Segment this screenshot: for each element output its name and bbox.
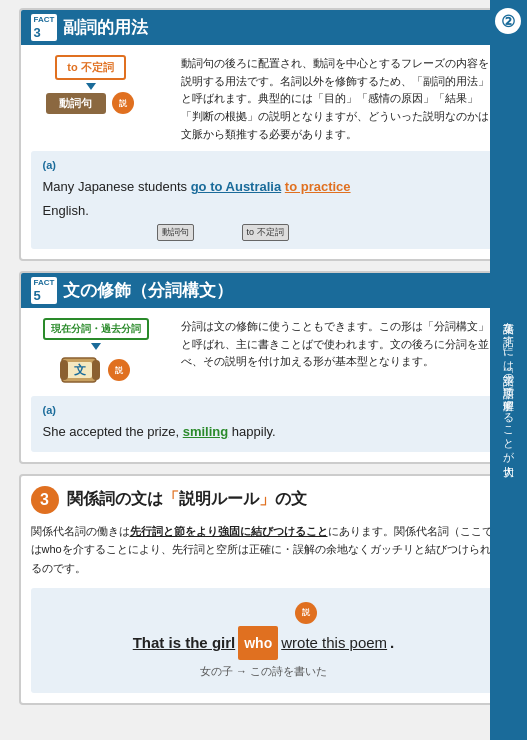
verb-phrase-box: 動詞句 xyxy=(46,93,106,114)
to-infinitive-box: to 不定詞 xyxy=(55,55,125,80)
section3-who-example: 説 That is the girl who wrote this poem .… xyxy=(31,588,497,694)
sidebar-circle-number: ② xyxy=(495,8,521,34)
fact5-header: FACT 5 文の修飾（分詞構文） xyxy=(21,273,507,308)
fact5-example-prefix: She accepted the prize, xyxy=(43,424,183,439)
sentence-period: . xyxy=(390,626,394,659)
section3-sentence: That is the girl who wrote this poem . xyxy=(133,626,395,661)
fact3-example-section: (a) Many Japanese students go to Austral… xyxy=(31,151,497,249)
fact3-header: FACT 3 副詞的用法 xyxy=(21,10,507,45)
fact3-body: to 不定詞 動詞句 説 動詞句の後ろに配置され、動詞を中心とするフレーズの内容… xyxy=(21,45,507,259)
section3-description: 関係代名詞の働きは先行詞と節をより強固に結びつけることにあります。関係代名詞（こ… xyxy=(31,522,497,578)
fact5-diagram-row: 現在分詞・過去分詞 文 xyxy=(31,318,497,388)
fact5-body: 現在分詞・過去分詞 文 xyxy=(21,308,507,461)
fact3-example-suffix: English. xyxy=(43,203,89,218)
fact5-description: 分詞は文の修飾に使うこともできます。この形は「分詞構文」と呼ばれ、主に書きことば… xyxy=(181,318,497,371)
fact3-card: FACT 3 副詞的用法 to 不定詞 動詞句 説 xyxy=(19,8,509,261)
fact3-circle-icon: 説 xyxy=(112,92,134,114)
participle-box: 現在分詞・過去分詞 xyxy=(43,318,149,340)
scroll-svg-icon: 文 xyxy=(60,352,100,388)
fact3-ann2: to 不定詞 xyxy=(242,224,289,241)
fact3-ann1: 動詞句 xyxy=(157,224,194,241)
fact3-example-prefix: Many Japanese students xyxy=(43,179,191,194)
main-container: FACT 3 副詞的用法 to 不定詞 動詞句 説 xyxy=(19,0,509,723)
fact3-description: 動詞句の後ろに配置され、動詞を中心とするフレーズの内容を説明する用法です。名詞以… xyxy=(181,55,497,143)
svg-rect-3 xyxy=(92,360,100,380)
fact5-example-label: (a) xyxy=(43,404,485,416)
sidebar-vertical-text: 英語を「話す」には「英語の語順」で理解することが大切 xyxy=(501,314,516,457)
fact5-title: 文の修飾（分詞構文） xyxy=(63,279,233,302)
svg-text:文: 文 xyxy=(74,363,86,377)
fact3-diagram-row: to 不定詞 動詞句 説 動詞句の後ろに配置され、動詞を中心とするフレーズの内容… xyxy=(31,55,497,143)
who-circle-badge: 説 xyxy=(295,602,317,624)
fact5-diagram: 現在分詞・過去分詞 文 xyxy=(31,318,171,388)
svg-rect-2 xyxy=(60,360,68,380)
fact3-example-sentence: Many Japanese students go to Australia t… xyxy=(43,175,485,222)
arrow-down-1 xyxy=(86,83,96,90)
fact5-example-section: (a) She accepted the prize, smiling happ… xyxy=(31,396,497,451)
who-translation: 女の子 → この詩を書いた xyxy=(200,664,327,679)
section3-title: 関係詞の文は「説明ルール」の文 xyxy=(67,489,307,510)
sentence-that-is-the-girl: That is the girl xyxy=(133,626,236,659)
fact5-highlight-green: smiling xyxy=(183,424,229,439)
fact3-badge: FACT 3 xyxy=(31,14,58,41)
right-sidebar: ② 英語を「話す」には「英語の語順」で理解することが大切 xyxy=(490,0,527,740)
section3-header: 3 関係詞の文は「説明ルール」の文 xyxy=(31,486,497,514)
section3-number: 3 xyxy=(31,486,59,514)
fact3-highlight-orange: to practice xyxy=(285,179,351,194)
fact3-title: 副詞的用法 xyxy=(63,16,148,39)
arrow-down-2 xyxy=(91,343,101,350)
fact5-badge: FACT 5 xyxy=(31,277,58,304)
fact5-example-sentence: She accepted the prize, smiling happily. xyxy=(43,420,485,443)
fact5-circle-icon: 説 xyxy=(108,359,130,381)
fact5-example-suffix: happily. xyxy=(228,424,275,439)
sentence-wrote-this-poem: wrote this poem xyxy=(281,626,387,659)
fact3-diagram: to 不定詞 動詞句 説 xyxy=(31,55,171,114)
fact5-card: FACT 5 文の修飾（分詞構文） 現在分詞・過去分詞 xyxy=(19,271,509,464)
section3-card: 3 関係詞の文は「説明ルール」の文 関係代名詞の働きは先行詞と節をより強固に結び… xyxy=(19,474,509,706)
who-box: who xyxy=(238,626,278,661)
fact3-example-label: (a) xyxy=(43,159,485,171)
fact3-highlight-blue: go to Australia xyxy=(191,179,282,194)
fact3-annotation-row: 動詞句 to 不定詞 xyxy=(43,224,485,241)
